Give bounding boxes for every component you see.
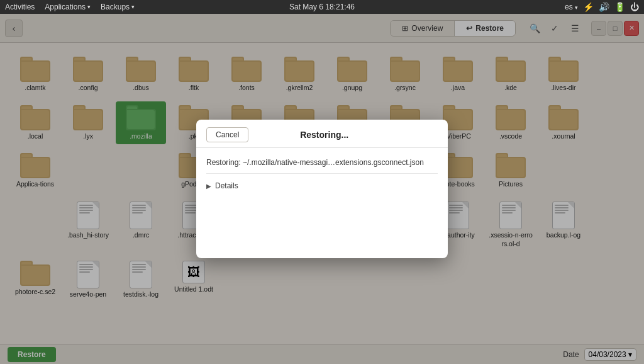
dialog-title: Restoring... <box>300 130 348 140</box>
lang-indicator[interactable]: es ▾ <box>565 3 578 11</box>
applications-arrow: ▾ <box>87 4 91 10</box>
datetime-label: Sat May 6 18:21:46 <box>289 3 355 11</box>
battery-icon: 🔋 <box>614 2 625 12</box>
applications-menu[interactable]: Applications ▾ <box>45 3 91 11</box>
backups-arrow: ▾ <box>131 4 135 10</box>
dialog-body: Restoring: ~/.mozilla/native-messagi…ext… <box>196 148 448 258</box>
system-bar: Activities Applications ▾ Backups ▾ Sat … <box>0 0 644 14</box>
dialog-header: Cancel Restoring... <box>196 120 448 148</box>
details-toggle[interactable]: ▶ Details <box>206 181 438 190</box>
dialog-overlay: Cancel Restoring... Restoring: ~/.mozill… <box>0 14 644 364</box>
details-arrow: ▶ <box>206 183 211 190</box>
activities-label[interactable]: Activities <box>5 3 35 11</box>
backups-menu[interactable]: Backups ▾ <box>101 3 135 11</box>
restore-path-text: Restoring: ~/.mozilla/native-messagi…ext… <box>206 158 438 174</box>
restore-dialog: Cancel Restoring... Restoring: ~/.mozill… <box>196 120 448 258</box>
app-window: ‹ ⊞ Overview ↩ Restore 🔍 ✓ ☰ <box>0 14 644 364</box>
dialog-cancel-button[interactable]: Cancel <box>206 127 248 142</box>
bluetooth-icon: ⚡ <box>583 2 594 12</box>
sound-icon: 🔊 <box>599 2 609 12</box>
details-label: Details <box>215 181 238 190</box>
power-icon: ⏻ <box>630 2 639 12</box>
